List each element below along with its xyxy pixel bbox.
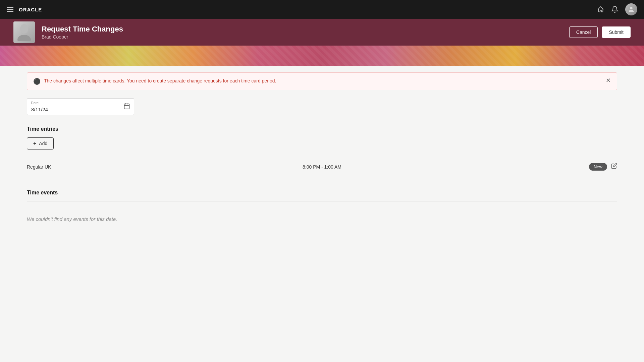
time-entries-section: Time entries + Add Regular UK 8:00 PM - … bbox=[27, 126, 617, 176]
page-title: Request Time Changes bbox=[42, 25, 123, 34]
decorative-banner bbox=[0, 46, 644, 66]
alert-banner: ⚫ The changes affect multiple time cards… bbox=[27, 72, 617, 90]
page-header: Request Time Changes Brad Cooper Cancel … bbox=[0, 19, 644, 46]
section-divider bbox=[27, 201, 617, 201]
add-entry-button[interactable]: + Add bbox=[27, 137, 54, 149]
submit-button[interactable]: Submit bbox=[602, 26, 631, 38]
edit-entry-icon[interactable] bbox=[611, 163, 617, 171]
entry-status-badge: New bbox=[589, 163, 607, 171]
top-navigation: ORACLE bbox=[0, 0, 644, 19]
date-label: Date bbox=[31, 101, 39, 105]
user-avatar[interactable] bbox=[625, 3, 637, 15]
alert-icon: ⚫ bbox=[33, 78, 41, 85]
svg-point-2 bbox=[17, 35, 31, 41]
svg-point-1 bbox=[20, 24, 28, 34]
time-entry-row: Regular UK 8:00 PM - 1:00 AM New bbox=[27, 158, 617, 176]
oracle-logo: ORACLE bbox=[19, 7, 42, 12]
employee-name: Brad Cooper bbox=[42, 34, 123, 40]
employee-avatar bbox=[13, 21, 35, 43]
plus-icon: + bbox=[33, 140, 36, 146]
time-entries-heading: Time entries bbox=[27, 126, 617, 132]
svg-point-0 bbox=[630, 7, 632, 9]
add-label: Add bbox=[39, 141, 47, 146]
notification-bell-icon[interactable] bbox=[611, 6, 619, 13]
entry-time-range: 8:00 PM - 1:00 AM bbox=[174, 164, 470, 170]
entry-name: Regular UK bbox=[27, 164, 174, 170]
date-input[interactable]: 8/11/24 bbox=[27, 98, 134, 115]
alert-close-button[interactable]: ✕ bbox=[606, 77, 611, 83]
calendar-icon[interactable] bbox=[123, 103, 130, 111]
menu-button[interactable] bbox=[7, 7, 13, 12]
svg-rect-3 bbox=[124, 104, 129, 109]
time-events-heading: Time events bbox=[27, 190, 617, 196]
no-events-message: We couldn't find any events for this dat… bbox=[27, 209, 617, 229]
home-icon[interactable] bbox=[597, 6, 604, 13]
alert-message: The changes affect multiple time cards. … bbox=[44, 77, 276, 84]
time-events-section: Time events We couldn't find any events … bbox=[27, 190, 617, 229]
cancel-button[interactable]: Cancel bbox=[569, 26, 598, 38]
date-field: Date 8/11/24 bbox=[27, 98, 134, 115]
main-content: ⚫ The changes affect multiple time cards… bbox=[0, 66, 644, 362]
